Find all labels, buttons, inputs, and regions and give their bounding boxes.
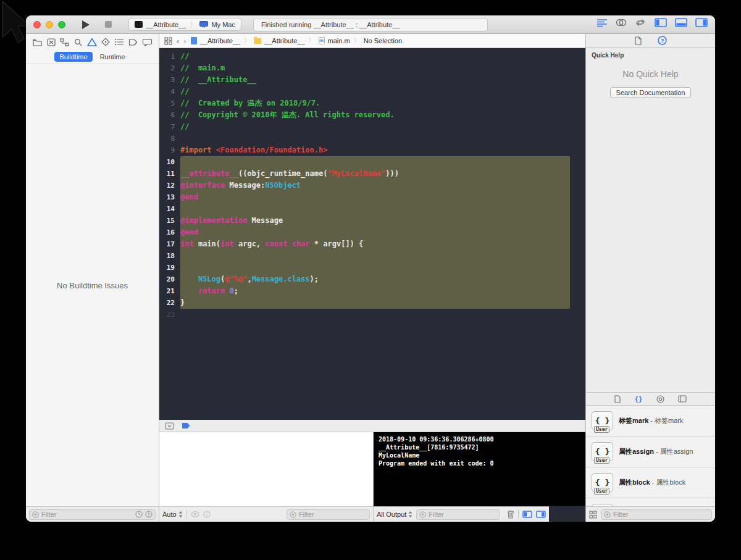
- code-line[interactable]: 22}: [159, 297, 585, 309]
- line-number[interactable]: 5: [159, 98, 180, 109]
- toggle-navigator-button[interactable]: [655, 18, 667, 27]
- variables-filter-input[interactable]: [299, 511, 367, 518]
- code-text[interactable]: @interface Message:NSObject: [180, 180, 570, 191]
- line-number[interactable]: 21: [159, 285, 180, 297]
- line-number[interactable]: 23: [159, 309, 180, 320]
- code-line[interactable]: 8: [159, 133, 585, 144]
- code-text[interactable]: #import <Foundation/Foundation.h>: [180, 144, 570, 156]
- breadcrumb-selection[interactable]: No Selection: [364, 37, 402, 44]
- code-text[interactable]: // main.m: [180, 62, 570, 74]
- code-text[interactable]: }: [180, 297, 570, 309]
- code-line[interactable]: 4//: [159, 86, 585, 98]
- code-text[interactable]: // __Attribute__: [180, 74, 570, 86]
- clear-console-button[interactable]: [507, 510, 514, 519]
- line-number[interactable]: 11: [159, 168, 180, 180]
- code-text[interactable]: //: [180, 86, 570, 98]
- line-number[interactable]: 7: [159, 121, 180, 133]
- code-line[interactable]: 2// main.m: [159, 62, 585, 74]
- toggle-console-view-button[interactable]: [536, 511, 546, 518]
- code-text[interactable]: @implementation Message: [180, 215, 570, 227]
- console-filter-field[interactable]: [416, 509, 500, 520]
- assistant-editor-button[interactable]: [616, 19, 627, 27]
- line-number[interactable]: 17: [159, 238, 180, 250]
- tab-runtime[interactable]: Runtime: [95, 52, 130, 62]
- stop-button[interactable]: [101, 18, 115, 31]
- line-number[interactable]: 18: [159, 250, 180, 262]
- code-text[interactable]: [180, 262, 570, 274]
- code-line[interactable]: 11__attribute__((objc_runtime_name("MyLo…: [159, 168, 585, 180]
- recent-issues-icon[interactable]: [135, 511, 143, 518]
- source-control-navigator-icon[interactable]: [47, 38, 56, 46]
- code-line[interactable]: 12@interface Message:NSObject: [159, 180, 585, 191]
- code-line[interactable]: 1//: [159, 51, 585, 62]
- code-line[interactable]: 9#import <Foundation/Foundation.h>: [159, 144, 585, 156]
- breadcrumb-file[interactable]: main.m: [328, 37, 350, 44]
- line-number[interactable]: 16: [159, 227, 180, 238]
- navigator-filter-input[interactable]: [41, 511, 133, 518]
- line-number[interactable]: 14: [159, 203, 180, 215]
- close-window-button[interactable]: [33, 21, 41, 28]
- code-text[interactable]: [180, 250, 570, 262]
- line-number[interactable]: 20: [159, 274, 180, 285]
- variables-view[interactable]: [159, 432, 374, 506]
- scheme-target-label[interactable]: My Mac: [211, 21, 235, 28]
- show-only-variables-icon[interactable]: [191, 511, 199, 517]
- code-text[interactable]: __attribute__((objc_runtime_name("MyLoca…: [180, 168, 570, 180]
- line-number[interactable]: 9: [159, 144, 180, 156]
- code-text[interactable]: //: [180, 51, 570, 62]
- breakpoint-navigator-icon[interactable]: [128, 39, 138, 46]
- code-line[interactable]: 7//: [159, 121, 585, 133]
- breakpoints-toggle-button[interactable]: [182, 422, 191, 429]
- line-number[interactable]: 3: [159, 74, 180, 86]
- code-text[interactable]: //: [180, 121, 570, 133]
- navigator-filter-field[interactable]: [29, 509, 156, 520]
- grid-view-icon[interactable]: [589, 511, 597, 519]
- breadcrumb-project[interactable]: __Attribute__: [200, 37, 240, 44]
- tab-buildtime[interactable]: Buildtime: [54, 52, 92, 62]
- code-line[interactable]: 16@end: [159, 227, 585, 238]
- snippet-list-item[interactable]: { }User: [586, 498, 715, 506]
- line-number[interactable]: 22: [159, 297, 180, 309]
- library-filter-input[interactable]: [613, 511, 709, 518]
- code-text[interactable]: [180, 133, 570, 144]
- report-navigator-icon[interactable]: [143, 38, 152, 46]
- line-number[interactable]: 19: [159, 262, 180, 274]
- snippet-list-item[interactable]: { }User标签mark - 标签mark: [586, 406, 715, 437]
- code-text[interactable]: // Copyright © 2018年 温杰. All rights rese…: [180, 109, 570, 121]
- source-editor[interactable]: 1//2// main.m3// __Attribute__4//5// Cre…: [159, 48, 585, 420]
- debug-navigator-icon[interactable]: [115, 38, 124, 46]
- code-line[interactable]: 3// __Attribute__: [159, 74, 585, 86]
- scheme-project-label[interactable]: __Attribute__: [146, 21, 186, 28]
- code-text[interactable]: // Created by 温杰 on 2018/9/7.: [180, 98, 570, 109]
- line-number[interactable]: 1: [159, 51, 180, 62]
- code-line[interactable]: 15@implementation Message: [159, 215, 585, 227]
- code-text[interactable]: NSLog(@"%@",Message.class);: [180, 274, 570, 285]
- hide-debug-area-button[interactable]: [165, 422, 174, 430]
- breadcrumb-group[interactable]: __Attribute__: [264, 37, 304, 44]
- code-line[interactable]: 21 return 0;: [159, 285, 585, 297]
- go-back-button[interactable]: ‹: [177, 36, 179, 46]
- issue-navigator-icon[interactable]: [87, 38, 97, 46]
- line-number[interactable]: 8: [159, 133, 180, 144]
- console-output[interactable]: 2018-09-10 09:36:36.306286+0800 __Attrib…: [374, 432, 585, 506]
- code-line[interactable]: 23: [159, 309, 585, 320]
- file-template-library-tab[interactable]: [614, 395, 621, 403]
- line-number[interactable]: 13: [159, 191, 180, 203]
- line-number[interactable]: 15: [159, 215, 180, 227]
- minimize-window-button[interactable]: [46, 21, 53, 28]
- go-forward-button[interactable]: ›: [183, 36, 186, 46]
- variables-filter-field[interactable]: [287, 509, 370, 520]
- version-editor-button[interactable]: [635, 19, 646, 27]
- code-text[interactable]: [180, 203, 570, 215]
- scheme-selector[interactable]: __Attribute__ 〉 My Mac: [128, 18, 241, 31]
- line-number[interactable]: 4: [159, 86, 180, 98]
- line-number[interactable]: 6: [159, 109, 180, 121]
- code-text[interactable]: @end: [180, 227, 570, 238]
- console-output-popup[interactable]: All Output: [377, 511, 412, 518]
- code-line[interactable]: 14: [159, 203, 585, 215]
- toggle-variables-view-button[interactable]: [522, 511, 532, 518]
- search-navigator-icon[interactable]: [74, 38, 82, 46]
- code-line[interactable]: 20 NSLog(@"%@",Message.class);: [159, 274, 585, 285]
- console-filter-input[interactable]: [429, 511, 496, 518]
- snippet-list-item[interactable]: { }User属性block - 属性block: [586, 467, 715, 498]
